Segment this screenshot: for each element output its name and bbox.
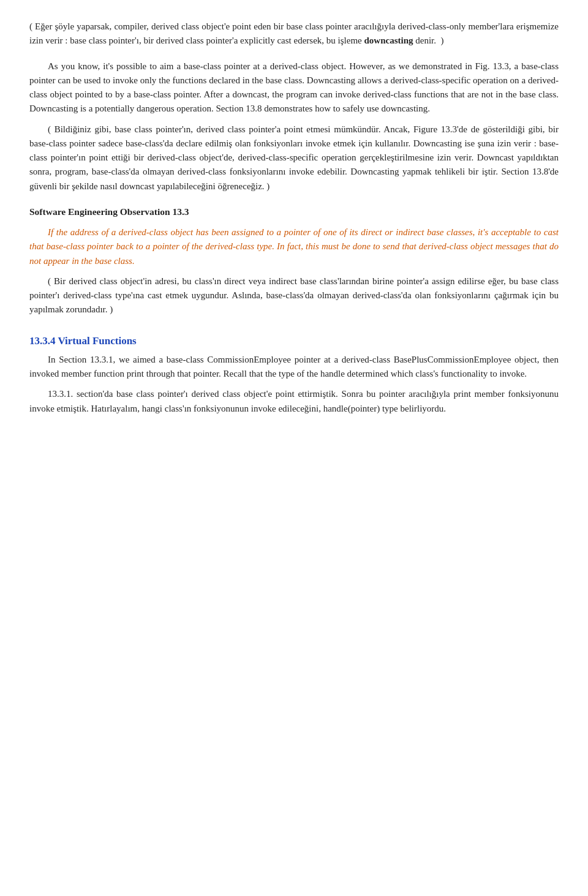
paragraph-3: ( Bildiğiniz gibi, base class pointer'ın…: [29, 122, 559, 194]
base-class-ref: base class: [286, 21, 323, 31]
observation-heading: Software Engineering Observation 13.3: [29, 205, 559, 219]
observation-title: Software Engineering Observation 13.3: [29, 206, 189, 217]
observation-body: If the address of a derived-class object…: [29, 225, 559, 268]
paragraph-5: In Section 13.3.1, we aimed a base-class…: [29, 353, 559, 382]
page-content: ( Eğer şöyle yaparsak, compiler, derived…: [29, 20, 559, 416]
paragraph-6: 13.3.1. section'da base class pointer'ı …: [29, 387, 559, 416]
section-heading-1334: 13.3.4 Virtual Functions: [29, 333, 559, 349]
paragraph-4: ( Bir derived class object'in adresi, bu…: [29, 274, 559, 317]
paragraph-2: As you know, it's possible to aim a base…: [29, 59, 559, 116]
paragraph-1: ( Eğer şöyle yaparsak, compiler, derived…: [29, 20, 559, 48]
